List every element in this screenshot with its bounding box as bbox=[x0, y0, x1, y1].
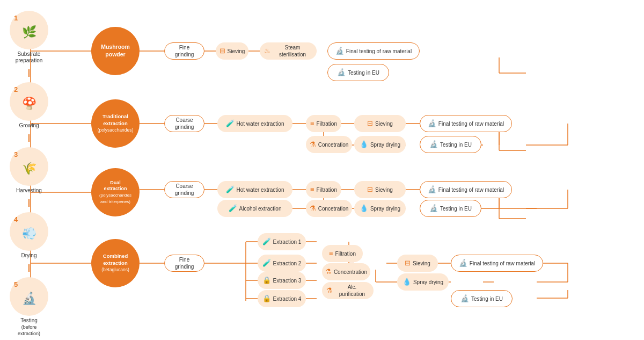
box-sieving-4: ⊟ Sieving bbox=[397, 255, 438, 272]
step-connector-2-3 bbox=[28, 134, 30, 142]
extr2-icon: 🧪 bbox=[262, 259, 271, 268]
eu-icon-2: 🔬 bbox=[429, 140, 438, 149]
step-connector-1-2 bbox=[28, 69, 30, 77]
box-coarse-grinding-3: Coarse grinding bbox=[164, 181, 204, 198]
box-filtration-3: ≡ Filtration bbox=[306, 181, 341, 198]
step-4-circle: 4 💨 bbox=[10, 212, 48, 251]
process-combined-extraction: Combinedextraction(betaglucans) bbox=[91, 239, 140, 287]
eu-icon-3: 🔬 bbox=[429, 204, 438, 213]
box-spray-drying-2: 💧 Spray drying bbox=[354, 136, 406, 153]
box-spray-drying-3: 💧 Spray drying bbox=[354, 200, 406, 217]
box-fine-grinding-1: Fine grinding bbox=[164, 42, 204, 60]
step-4-number: 4 bbox=[14, 215, 18, 223]
step-5: 5 🔬 Testing(before extraction) bbox=[10, 277, 48, 337]
diagram: 1 🌿 Substratepreparation 2 🍄 Growing 3 🌾… bbox=[0, 0, 644, 340]
step-2-circle: 2 🍄 bbox=[10, 82, 48, 121]
box-steam: ♨ Steam sterilisation bbox=[260, 42, 317, 60]
filter-icon-2: ≡ bbox=[310, 119, 314, 128]
box-sieving-1: ⊟ Sieving bbox=[216, 42, 248, 60]
eu-icon-4: 🔬 bbox=[460, 294, 469, 303]
sieve-icon: ⊟ bbox=[219, 47, 225, 56]
box-final-test-1: 🔬 Final testing of raw material bbox=[327, 42, 420, 60]
extr3-icon: 🔒 bbox=[262, 276, 271, 285]
process-mushroom-powder: Mushroom powder bbox=[91, 27, 140, 75]
step-2-icon: 🍄 bbox=[22, 97, 36, 111]
box-testing-eu-1: 🔬 Testing in EU bbox=[327, 64, 389, 81]
box-hot-water-2: 🧪 Hot water extraction bbox=[217, 115, 292, 132]
steps-column: 1 🌿 Substratepreparation 2 🍄 Growing 3 🌾… bbox=[10, 11, 48, 337]
process-traditional-extraction: Traditionalextraction(polysaccharides) bbox=[91, 99, 140, 148]
step-1-icon: 🌿 bbox=[22, 25, 36, 39]
step-4-label: Drying bbox=[21, 252, 37, 259]
step-3-label: Harvesting bbox=[16, 187, 42, 194]
step-3-circle: 3 🌾 bbox=[10, 147, 48, 186]
process-dual-extraction: Dualextraction(polysaccharidesand triter… bbox=[91, 168, 140, 216]
box-filtration-4: ≡ Filtration bbox=[322, 245, 363, 262]
step-connector-4-5 bbox=[28, 264, 30, 272]
box-coarse-grinding-2: Coarse grinding bbox=[164, 115, 204, 132]
box-extraction3-4: 🔒 Extraction 3 bbox=[258, 272, 306, 289]
box-testing-eu-2: 🔬 Testing in EU bbox=[420, 136, 481, 153]
sieve-icon-4: ⊟ bbox=[405, 259, 411, 268]
filter-icon-3: ≡ bbox=[310, 185, 314, 194]
step-5-number: 5 bbox=[14, 280, 18, 288]
sieve-icon-2: ⊟ bbox=[367, 119, 373, 128]
box-sieving-2: ⊟ Sieving bbox=[354, 115, 406, 132]
box-extraction4-4: 🔒 Extraction 4 bbox=[258, 290, 306, 307]
box-concentration-4: ⚗ Concentration bbox=[322, 263, 370, 280]
box-testing-eu-3: 🔬 Testing in EU bbox=[420, 200, 481, 217]
spray-icon-2: 💧 bbox=[360, 140, 368, 149]
step-1-number: 1 bbox=[14, 14, 18, 22]
steam-icon: ♨ bbox=[264, 47, 270, 56]
step-4-icon: 💨 bbox=[22, 227, 36, 241]
extr4-icon: 🔒 bbox=[262, 294, 271, 303]
box-concentration-2: ⚗ Concetration bbox=[306, 136, 352, 153]
step-4: 4 💨 Drying bbox=[10, 212, 48, 259]
filter-icon-4: ≡ bbox=[329, 249, 333, 258]
test-icon-2: 🔬 bbox=[428, 119, 436, 128]
step-1-label: Substratepreparation bbox=[16, 51, 43, 64]
step-2: 2 🍄 Growing bbox=[10, 82, 48, 129]
step-2-label: Growing bbox=[19, 122, 39, 129]
step-5-icon: 🔬 bbox=[22, 292, 36, 306]
box-concentration-3: ⚗ Concetration bbox=[306, 200, 352, 217]
step-3-number: 3 bbox=[14, 150, 18, 158]
step-2-number: 2 bbox=[14, 85, 18, 93]
box-spray-drying-4: 💧 Spray drying bbox=[397, 273, 449, 291]
test-icon-1: 🔬 bbox=[335, 47, 344, 56]
spray-icon-3: 💧 bbox=[360, 204, 368, 213]
step-5-label: Testing(before extraction) bbox=[10, 317, 48, 337]
conc-icon-3: ⚗ bbox=[310, 204, 316, 213]
flask-icon-2: 🧪 bbox=[226, 119, 235, 128]
box-alc-purification-4: ⚗ Alc. purification bbox=[322, 282, 374, 299]
box-testing-eu-4: 🔬 Testing in EU bbox=[451, 290, 513, 307]
step-1: 1 🌿 Substratepreparation bbox=[10, 11, 48, 64]
step-3: 3 🌾 Harvesting bbox=[10, 147, 48, 194]
spray-icon-4: 💧 bbox=[402, 278, 411, 287]
box-final-test-3: 🔬 Final testing of raw material bbox=[420, 181, 512, 198]
alcohol-icon-3: 🧪 bbox=[229, 204, 237, 213]
step-connector-3-4 bbox=[28, 199, 30, 207]
box-alcohol-3: 🧪 Alcohol extraction bbox=[217, 200, 292, 217]
eu-icon-1: 🔬 bbox=[337, 68, 346, 77]
box-final-test-4: 🔬 Final testing of raw material bbox=[451, 255, 543, 272]
flask-icon-3: 🧪 bbox=[226, 185, 235, 194]
box-fine-grinding-4: Fine grinding bbox=[164, 255, 204, 272]
step-1-circle: 1 🌿 bbox=[10, 11, 48, 49]
box-extraction1-4: 🧪 Extraction 1 bbox=[258, 233, 306, 250]
conc-icon-4: ⚗ bbox=[325, 267, 332, 277]
box-final-test-2: 🔬 Final testing of raw material bbox=[420, 115, 512, 132]
test-icon-4: 🔬 bbox=[459, 259, 467, 268]
box-extraction2-4: 🧪 Extraction 2 bbox=[258, 255, 306, 272]
test-icon-3: 🔬 bbox=[428, 185, 436, 194]
alc-icon-4: ⚗ bbox=[326, 286, 333, 295]
step-3-icon: 🌾 bbox=[22, 162, 36, 176]
sieve-icon-3: ⊟ bbox=[367, 185, 373, 194]
step-5-circle: 5 🔬 bbox=[10, 277, 48, 316]
box-hot-water-3: 🧪 Hot water extraction bbox=[217, 181, 292, 198]
conc-icon-2: ⚗ bbox=[310, 140, 316, 149]
box-sieving-3: ⊟ Sieving bbox=[354, 181, 406, 198]
box-filtration-2: ≡ Filtration bbox=[306, 115, 341, 132]
extr1-icon: 🧪 bbox=[262, 237, 271, 247]
